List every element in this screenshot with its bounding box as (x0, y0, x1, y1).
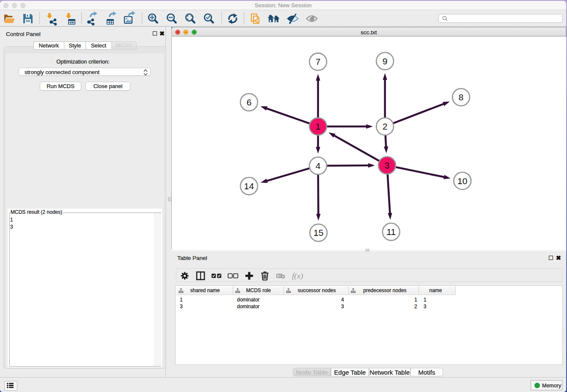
svg-text:3: 3 (385, 160, 390, 170)
svg-text:4: 4 (316, 161, 321, 171)
svg-text:1: 1 (316, 121, 321, 131)
svg-text:7: 7 (316, 57, 321, 66)
svg-text:14: 14 (244, 181, 254, 191)
svg-text:15: 15 (314, 228, 323, 237)
svg-text:f(x): f(x) (292, 271, 303, 281)
svg-text:8: 8 (459, 92, 464, 102)
svg-text:9: 9 (383, 56, 388, 66)
svg-text:2: 2 (383, 121, 388, 131)
svg-text:6: 6 (247, 97, 252, 107)
svg-text:11: 11 (386, 227, 396, 237)
svg-text:10: 10 (457, 176, 467, 186)
